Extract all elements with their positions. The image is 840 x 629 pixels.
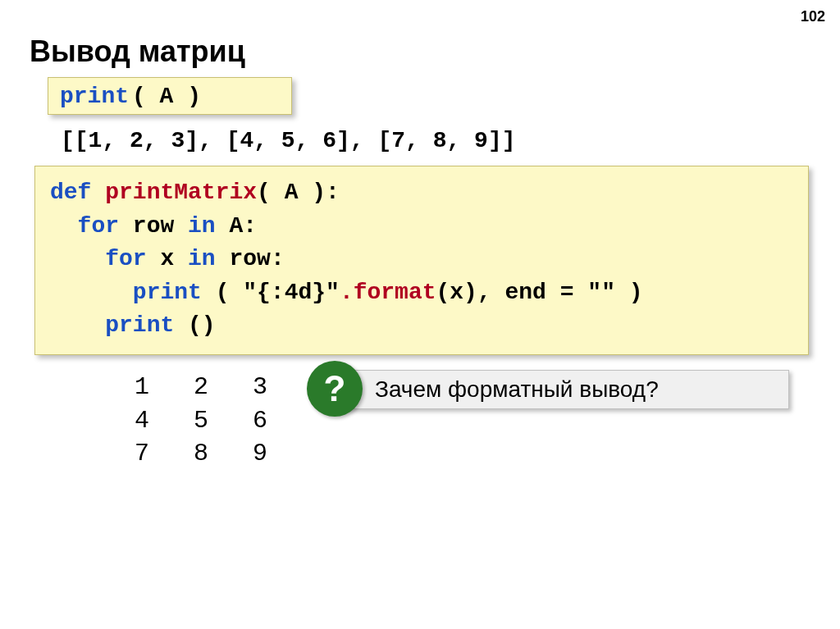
indent (50, 280, 133, 305)
keyword-print: print (133, 280, 202, 305)
code-text: ( "{:4d}" (202, 280, 340, 305)
code-text: ( A ) (132, 84, 201, 109)
code-text: A: (216, 213, 257, 239)
code-text: () (174, 312, 215, 338)
keyword-print: print (60, 84, 129, 109)
code-box-function: def printMatrix( A ): for row in A: for … (34, 166, 809, 355)
keyword-for: for (78, 213, 119, 239)
code-box-print-a: print ( A ) (48, 77, 292, 115)
code-text: row (119, 213, 188, 239)
func-name: printMatrix (91, 180, 257, 205)
keyword-in: in (188, 213, 216, 239)
question-text: Зачем форматный вывод? (375, 376, 659, 403)
code-text: (x), end = "" ) (436, 280, 643, 305)
code-text: x (147, 246, 188, 271)
list-output: [[1, 2, 3], [4, 5, 6], [7, 8, 9]] (61, 128, 516, 153)
keyword-print: print (105, 312, 174, 338)
slide-title: Вывод матриц (30, 34, 245, 69)
page-number: 102 (801, 8, 825, 25)
keyword-in: in (188, 246, 216, 271)
method-format: .format (340, 280, 436, 305)
question-box: Зачем форматный вывод? (335, 370, 789, 409)
keyword-for: for (105, 246, 146, 271)
matrix-output: 1 2 3 4 5 6 7 8 9 (90, 371, 267, 471)
indent (50, 312, 105, 338)
indent (50, 246, 105, 271)
indent (50, 213, 78, 239)
code-text: row: (216, 246, 285, 271)
code-text: ( A ): (257, 180, 340, 205)
question-mark-icon: ? (307, 361, 363, 417)
keyword-def: def (50, 180, 91, 205)
